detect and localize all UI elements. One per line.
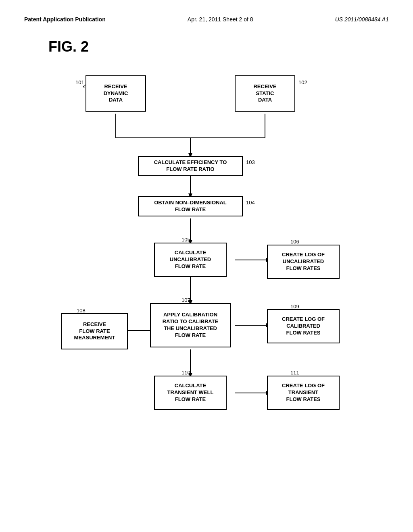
node-107: APPLY CALIBRATION RATIO TO CALIBRATE THE… [150,303,231,347]
page-header: Patent Application Publication Apr. 21, … [24,16,389,26]
header-right: US 2011/0088484 A1 [335,16,389,23]
ref-109: 109 [290,303,299,310]
node-103: CALCULATE EFFICIENCY TO FLOW RATE RATIO [138,156,243,176]
node-109: CREATE LOG OF CALIBRATED FLOW RATES [267,309,340,343]
node-111: CREATE LOG OF TRANSIENT FLOW RATES [267,376,340,410]
node-106: CREATE LOG OF UNCALIBRATED FLOW RATES [267,245,340,279]
ref-106: 106 [290,239,299,245]
header-left: Patent Application Publication [24,16,106,23]
ref-110: 110 [181,370,190,376]
header-center: Apr. 21, 2011 Sheet 2 of 8 [188,16,253,23]
node-110: CALCULATE TRANSIENT WELL FLOW RATE [154,376,227,410]
node-104: OBTAIN NON–DIMENSIONAL FLOW RATE [138,196,243,216]
ref-105: 105 [181,237,190,243]
ref-107: 107 [181,297,190,303]
node-105: CALCULATE UNCALIBRATED FLOW RATE [154,243,227,277]
node-102: RECEIVE STATIC DATA [235,75,295,112]
flowchart-svg [41,67,372,503]
node-108: RECEIVE FLOW RATE MEASUREMENT [61,313,128,349]
page: Patent Application Publication Apr. 21, … [0,0,413,532]
ref-103: 103 [246,159,255,165]
ref-102: 102 [298,79,307,85]
ref-111: 111 [290,370,299,376]
ref-108: 108 [77,308,86,314]
flowchart: RECEIVE DYNAMIC DATA 101 ↙ RECEIVE STATI… [41,67,372,503]
node-101: RECEIVE DYNAMIC DATA [86,75,146,112]
ref-104: 104 [246,200,255,206]
figure-title: FIG. 2 [48,38,389,55]
